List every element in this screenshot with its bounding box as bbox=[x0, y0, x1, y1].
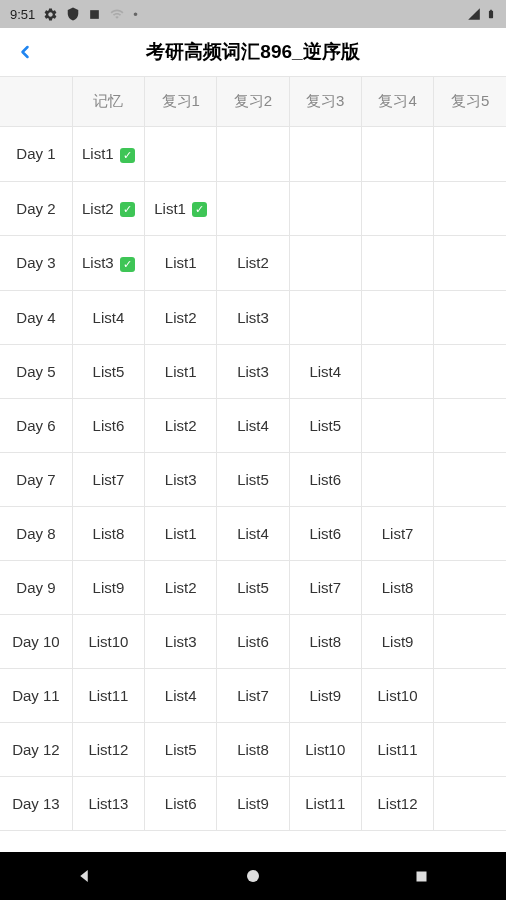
list-cell[interactable]: List9 bbox=[217, 776, 289, 830]
list-cell bbox=[289, 127, 361, 182]
list-cell[interactable]: List10 bbox=[361, 668, 433, 722]
list-cell[interactable]: List3 bbox=[217, 290, 289, 344]
list-cell[interactable]: List9 bbox=[289, 668, 361, 722]
list-cell[interactable]: List10 bbox=[289, 722, 361, 776]
list-cell[interactable]: List1 bbox=[145, 236, 217, 291]
day-cell[interactable]: Day 3 bbox=[0, 236, 72, 291]
list-cell bbox=[361, 181, 433, 236]
list-cell bbox=[434, 722, 506, 776]
list-cell bbox=[434, 452, 506, 506]
day-cell[interactable]: Day 4 bbox=[0, 290, 72, 344]
list-cell bbox=[434, 290, 506, 344]
list-cell[interactable]: List2 bbox=[145, 290, 217, 344]
list-cell[interactable]: List6 bbox=[72, 398, 144, 452]
table-row: Day 5List5List1List3List4 bbox=[0, 344, 506, 398]
status-bar: 9:51 • bbox=[0, 0, 506, 28]
col-header: 复习1 bbox=[145, 77, 217, 127]
list-cell bbox=[361, 452, 433, 506]
list-cell[interactable]: List5 bbox=[289, 398, 361, 452]
list-cell bbox=[361, 236, 433, 291]
day-cell[interactable]: Day 1 bbox=[0, 127, 72, 182]
list-cell[interactable]: List6 bbox=[289, 452, 361, 506]
table-row: Day 12List12List5List8List10List11 bbox=[0, 722, 506, 776]
day-cell[interactable]: Day 7 bbox=[0, 452, 72, 506]
day-cell[interactable]: Day 6 bbox=[0, 398, 72, 452]
list-cell[interactable]: List2 bbox=[145, 398, 217, 452]
day-cell[interactable]: Day 11 bbox=[0, 668, 72, 722]
day-cell[interactable]: Day 5 bbox=[0, 344, 72, 398]
list-cell[interactable]: List1 ✓ bbox=[72, 127, 144, 182]
list-cell[interactable]: List9 bbox=[72, 560, 144, 614]
list-cell[interactable]: List7 bbox=[217, 668, 289, 722]
list-cell[interactable]: List4 bbox=[217, 506, 289, 560]
day-cell[interactable]: Day 8 bbox=[0, 506, 72, 560]
list-cell[interactable]: List7 bbox=[289, 560, 361, 614]
back-button[interactable] bbox=[10, 37, 40, 67]
table-row: Day 6List6List2List4List5 bbox=[0, 398, 506, 452]
list-cell[interactable]: List10 bbox=[72, 614, 144, 668]
list-cell bbox=[361, 290, 433, 344]
list-cell[interactable]: List5 bbox=[72, 344, 144, 398]
settings-icon bbox=[43, 7, 58, 22]
list-cell[interactable]: List5 bbox=[217, 560, 289, 614]
list-cell[interactable]: List6 bbox=[289, 506, 361, 560]
nav-recent-button[interactable] bbox=[392, 856, 452, 896]
col-header: 复习3 bbox=[289, 77, 361, 127]
list-cell[interactable]: List1 ✓ bbox=[145, 181, 217, 236]
list-cell bbox=[434, 776, 506, 830]
day-cell[interactable]: Day 2 bbox=[0, 181, 72, 236]
day-cell[interactable]: Day 13 bbox=[0, 776, 72, 830]
list-cell[interactable]: List1 bbox=[145, 344, 217, 398]
list-cell bbox=[434, 181, 506, 236]
list-cell bbox=[434, 127, 506, 182]
shield-icon bbox=[66, 7, 80, 21]
list-cell[interactable]: List4 bbox=[289, 344, 361, 398]
table-row: Day 4List4List2List3 bbox=[0, 290, 506, 344]
list-cell bbox=[361, 398, 433, 452]
list-cell[interactable]: List3 bbox=[145, 614, 217, 668]
table-row: Day 3List3 ✓List1List2 bbox=[0, 236, 506, 291]
list-cell bbox=[361, 127, 433, 182]
list-cell[interactable]: List13 bbox=[72, 776, 144, 830]
dot-icon: • bbox=[133, 7, 138, 22]
list-cell[interactable]: List2 bbox=[217, 236, 289, 291]
list-cell[interactable]: List6 bbox=[217, 614, 289, 668]
list-cell[interactable]: List4 bbox=[72, 290, 144, 344]
nav-back-button[interactable] bbox=[54, 856, 114, 896]
list-cell[interactable]: List3 bbox=[217, 344, 289, 398]
day-cell[interactable]: Day 12 bbox=[0, 722, 72, 776]
list-cell[interactable]: List8 bbox=[72, 506, 144, 560]
list-cell[interactable]: List1 bbox=[145, 506, 217, 560]
list-cell[interactable]: List11 bbox=[289, 776, 361, 830]
list-cell[interactable]: List12 bbox=[361, 776, 433, 830]
page-title: 考研高频词汇896_逆序版 bbox=[146, 39, 359, 65]
list-cell[interactable]: List7 bbox=[72, 452, 144, 506]
col-header bbox=[0, 77, 72, 127]
list-cell bbox=[145, 127, 217, 182]
list-cell bbox=[289, 181, 361, 236]
status-time: 9:51 bbox=[10, 7, 35, 22]
list-cell[interactable]: List9 bbox=[361, 614, 433, 668]
list-cell[interactable]: List3 bbox=[145, 452, 217, 506]
list-cell[interactable]: List5 bbox=[217, 452, 289, 506]
list-cell bbox=[434, 398, 506, 452]
list-cell[interactable]: List5 bbox=[145, 722, 217, 776]
list-cell[interactable]: List4 bbox=[217, 398, 289, 452]
list-cell[interactable]: List6 bbox=[145, 776, 217, 830]
check-icon: ✓ bbox=[192, 202, 207, 217]
list-cell bbox=[289, 236, 361, 291]
list-cell[interactable]: List4 bbox=[145, 668, 217, 722]
list-cell[interactable]: List3 ✓ bbox=[72, 236, 144, 291]
nav-home-button[interactable] bbox=[223, 856, 283, 896]
list-cell[interactable]: List8 bbox=[289, 614, 361, 668]
list-cell[interactable]: List11 bbox=[361, 722, 433, 776]
day-cell[interactable]: Day 10 bbox=[0, 614, 72, 668]
list-cell[interactable]: List2 ✓ bbox=[72, 181, 144, 236]
list-cell[interactable]: List11 bbox=[72, 668, 144, 722]
list-cell[interactable]: List2 bbox=[145, 560, 217, 614]
list-cell[interactable]: List7 bbox=[361, 506, 433, 560]
list-cell[interactable]: List8 bbox=[217, 722, 289, 776]
list-cell[interactable]: List12 bbox=[72, 722, 144, 776]
list-cell[interactable]: List8 bbox=[361, 560, 433, 614]
day-cell[interactable]: Day 9 bbox=[0, 560, 72, 614]
